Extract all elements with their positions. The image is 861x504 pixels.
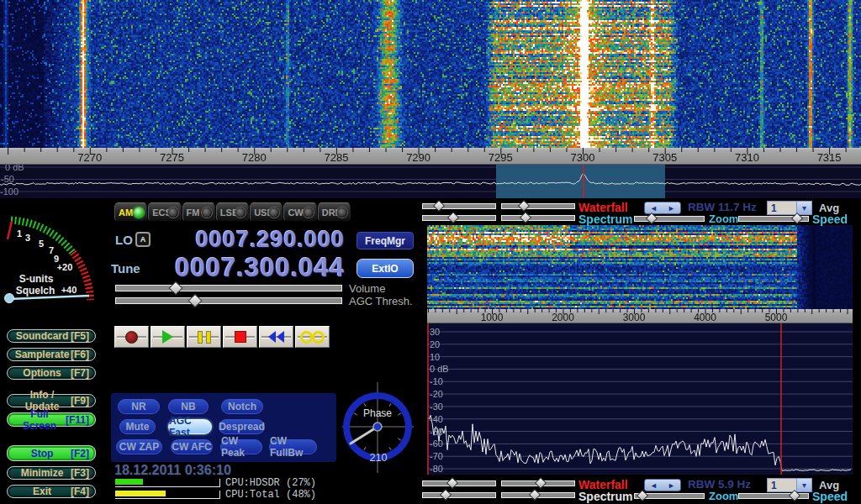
dsp-cw-zap[interactable]: CW ZAP xyxy=(116,439,162,454)
record-button[interactable] xyxy=(114,326,149,348)
mode-lsb[interactable]: LSB xyxy=(216,202,249,222)
led-off-icon xyxy=(337,207,347,218)
top-contrast-slider-thumb[interactable] xyxy=(433,200,445,212)
top-brightness-slider[interactable] xyxy=(501,202,575,210)
bottom-contrast-slider[interactable] xyxy=(422,480,496,487)
dsp-despread[interactable]: Despread xyxy=(219,419,265,434)
mode-ecss[interactable]: ECSS xyxy=(148,202,181,222)
cpu-hdsdr-label: CPU:HDSDR (27%) xyxy=(225,477,316,489)
bottom-spec-offset-slider[interactable] xyxy=(501,491,575,499)
top-rbw-value: RBW 11.7 Hz xyxy=(688,201,757,213)
phase-tick xyxy=(364,403,366,406)
record-icon xyxy=(125,331,138,344)
loop-button[interactable] xyxy=(295,326,330,348)
button-stop[interactable]: Stop[F2] xyxy=(7,445,96,461)
button-samplerate[interactable]: Samplerate[F6] xyxy=(7,348,96,361)
freqmgr-button[interactable]: FreqMgr xyxy=(357,232,414,249)
mode-drm[interactable]: DRM xyxy=(318,202,351,222)
top-speed-slider[interactable] xyxy=(738,215,809,223)
bottom-spec-offset-slider-thumb[interactable] xyxy=(529,489,541,501)
zoom-waterfall-display[interactable] xyxy=(427,225,853,309)
play-button[interactable] xyxy=(151,326,185,348)
top-spec-offset-slider-thumb[interactable] xyxy=(520,212,531,223)
spinner-left-icon[interactable]: ◄ xyxy=(650,481,658,490)
dsp-cw-afc[interactable]: CW AFC xyxy=(171,439,213,454)
s-units-label: S-units xyxy=(19,273,54,285)
bottom-zoom-slider-thumb[interactable] xyxy=(637,490,648,501)
top-zoom-slider[interactable] xyxy=(634,215,705,223)
volume-slider[interactable] xyxy=(115,284,342,292)
spinner-right-icon[interactable]: ► xyxy=(668,481,675,490)
cpu-total-bar-fill xyxy=(115,491,166,496)
button-info-update[interactable]: Info / Update[F9] xyxy=(7,394,96,407)
s-meter-tick-5: 5 xyxy=(39,239,44,249)
mode-fm[interactable]: FM xyxy=(182,202,215,222)
zoom-frequency-scale[interactable] xyxy=(427,309,853,323)
dsp-nr[interactable]: NR xyxy=(118,399,160,414)
lo-frequency-display[interactable]: 0007.290.000 xyxy=(151,227,345,253)
dsp-nb[interactable]: NB xyxy=(168,399,209,414)
dsp-panel: NRNBNotchMuteAGC FastDespreadCW ZAPCW AF… xyxy=(111,393,336,462)
s-meter: 13579+20+40 S-units Squelch xyxy=(2,202,104,316)
main-frequency-scale[interactable] xyxy=(0,148,861,165)
mode-cw[interactable]: CW xyxy=(283,202,316,222)
extio-button[interactable]: ExtIO xyxy=(357,259,414,278)
dsp-notch[interactable]: Notch xyxy=(221,399,263,414)
bottom-brightness-slider[interactable] xyxy=(501,480,575,487)
top-spectrum-label: Spectrum xyxy=(578,213,633,226)
bottom-rbw-spinner[interactable]: ◄► xyxy=(644,479,681,491)
bottom-speed-slider-thumb[interactable] xyxy=(789,490,800,501)
top-zoom-slider-thumb[interactable] xyxy=(646,213,658,224)
top-speed-slider-thumb[interactable] xyxy=(791,213,803,224)
phase-dial[interactable]: Phase 210 xyxy=(341,381,416,475)
dsp-cw-fullbw[interactable]: CW FullBw xyxy=(269,439,317,454)
phase-tick xyxy=(398,413,400,415)
volume-label: Volume xyxy=(349,282,385,295)
bottom-avg-combo[interactable]: 1▾ xyxy=(767,478,812,492)
spinner-left-icon[interactable]: ◄ xyxy=(650,204,658,213)
chevron-down-icon[interactable]: ▾ xyxy=(796,202,811,214)
dsp-cw-peak[interactable]: CW Peak xyxy=(220,439,262,454)
button-full-screen[interactable]: Full Screen[F11] xyxy=(7,412,96,427)
main-waterfall-display[interactable] xyxy=(0,0,861,148)
mode-am[interactable]: AM xyxy=(114,202,147,222)
button-exit[interactable]: Exit[F4] xyxy=(7,485,96,498)
dsp-agc-fast[interactable]: AGC Fast xyxy=(168,419,212,434)
bottom-speed-slider[interactable] xyxy=(738,492,809,500)
mode-usb[interactable]: USB xyxy=(250,202,283,222)
agc-thresh-slider-thumb[interactable] xyxy=(188,294,202,308)
cpu-hdsdr-bar xyxy=(115,479,220,487)
bottom-spec-range-slider-thumb[interactable] xyxy=(440,489,452,501)
top-spec-range-slider-thumb[interactable] xyxy=(447,212,459,223)
spinner-right-icon[interactable]: ► xyxy=(668,204,675,213)
button-minimize[interactable]: Minimize[F3] xyxy=(7,466,96,480)
top-brightness-slider-thumb[interactable] xyxy=(518,200,530,212)
chevron-down-icon[interactable]: ▾ xyxy=(796,479,811,491)
bottom-brightness-slider-thumb[interactable] xyxy=(534,477,546,489)
pause-button[interactable] xyxy=(187,326,221,348)
lo-auto-badge[interactable]: A xyxy=(135,232,151,247)
button-soundcard[interactable]: Soundcard[F5] xyxy=(7,329,96,343)
main-spectrum-display[interactable] xyxy=(0,165,861,198)
button-options[interactable]: Options[F7] xyxy=(7,366,96,380)
top-avg-combo[interactable]: 1▾ xyxy=(767,201,812,215)
top-rbw-spinner[interactable]: ◄► xyxy=(644,202,681,214)
dsp-mute[interactable]: Mute xyxy=(119,419,156,434)
bottom-zoom-label: Zoom xyxy=(709,490,738,502)
bottom-contrast-slider-thumb[interactable] xyxy=(446,477,458,489)
top-contrast-slider[interactable] xyxy=(422,202,496,210)
squelch-knob[interactable] xyxy=(5,294,14,303)
top-spec-range-slider[interactable] xyxy=(422,214,496,222)
bottom-speed-label: Speed xyxy=(812,490,848,503)
agc-thresh-slider[interactable] xyxy=(115,297,342,305)
bottom-spec-range-slider[interactable] xyxy=(422,491,496,499)
rewind-button[interactable] xyxy=(259,326,293,348)
mode-selector-row: AMECSSFMLSBUSBCWDRM xyxy=(114,202,351,222)
volume-slider-thumb[interactable] xyxy=(168,281,182,296)
phase-tick xyxy=(354,413,357,415)
bottom-zoom-slider[interactable] xyxy=(634,492,705,500)
tune-frequency-display[interactable]: 0007.300.044 xyxy=(147,253,345,283)
stop-button[interactable] xyxy=(223,326,257,348)
zoom-spectrum-display[interactable] xyxy=(427,323,853,475)
top-spec-offset-slider[interactable] xyxy=(501,214,575,222)
